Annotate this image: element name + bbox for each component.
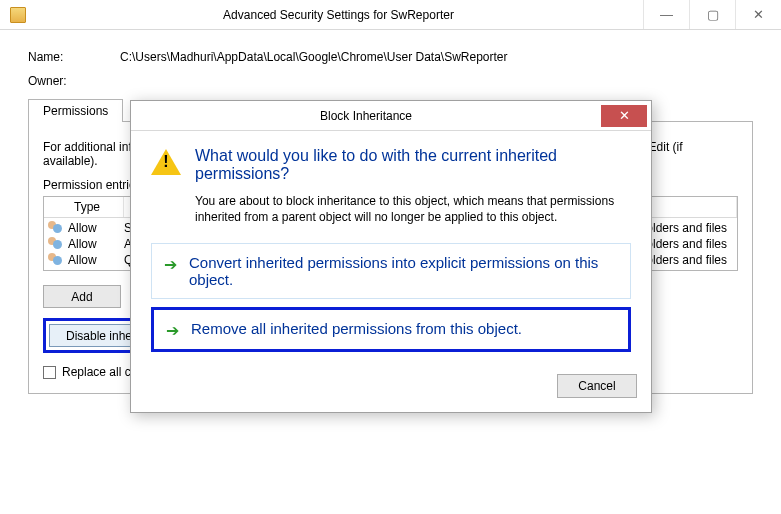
add-button[interactable]: Add [43,285,121,308]
replace-children-checkbox[interactable] [43,366,56,379]
name-row: Name: C:\Users\Madhuri\AppData\Local\Goo… [28,50,753,64]
name-value: C:\Users\Madhuri\AppData\Local\Google\Ch… [120,50,753,64]
window-title: Advanced Security Settings for SwReporte… [34,8,643,22]
option-remove-label: Remove all inherited permissions from th… [191,320,522,337]
dialog-body: What would you like to do with the curre… [131,131,651,368]
user-icon [48,253,64,267]
option-convert[interactable]: ➔ Convert inherited permissions into exp… [151,243,631,299]
option-convert-label: Convert inherited permissions into expli… [189,254,618,288]
dialog-text-block: What would you like to do with the curre… [195,147,631,225]
maximize-button[interactable]: ▢ [689,0,735,29]
window-buttons: — ▢ ✕ [643,0,781,29]
block-inheritance-dialog: Block Inheritance ✕ What would you like … [130,100,652,413]
owner-value [120,74,753,88]
user-icon [48,237,64,251]
arrow-right-icon: ➔ [164,257,177,273]
cell-type: Allow [68,253,124,267]
titlebar: Advanced Security Settings for SwReporte… [0,0,781,30]
arrow-right-icon: ➔ [166,323,179,339]
cell-type: Allow [68,237,124,251]
cancel-button[interactable]: Cancel [557,374,637,398]
owner-row: Owner: [28,74,753,88]
cell-type: Allow [68,221,124,235]
dialog-footer: Cancel [131,368,651,412]
header-type[interactable]: Type [68,197,124,217]
header-icon-col [44,197,68,217]
option-remove-highlight: ➔ Remove all inherited permissions from … [151,307,631,352]
folder-icon [10,7,26,23]
name-label: Name: [28,50,120,64]
dialog-close-button[interactable]: ✕ [601,105,647,127]
option-remove[interactable]: ➔ Remove all inherited permissions from … [154,310,628,349]
close-button[interactable]: ✕ [735,0,781,29]
dialog-options: ➔ Convert inherited permissions into exp… [151,243,631,352]
user-icon [48,221,64,235]
warning-icon [151,147,181,175]
dialog-title: Block Inheritance [131,109,601,123]
minimize-button[interactable]: — [643,0,689,29]
dialog-heading: What would you like to do with the curre… [195,147,631,183]
owner-label: Owner: [28,74,120,88]
dialog-description: You are about to block inheritance to th… [195,193,631,225]
dialog-titlebar: Block Inheritance ✕ [131,101,651,131]
dialog-top: What would you like to do with the curre… [151,147,631,225]
tab-permissions[interactable]: Permissions [28,99,123,122]
